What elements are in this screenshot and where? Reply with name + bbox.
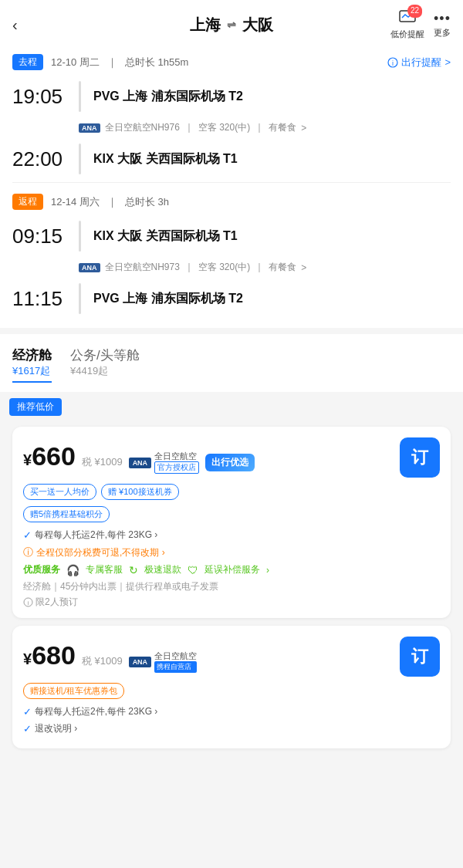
outbound-arrive-row: 22:00 KIX 大阪 关西国际机场 T1	[12, 139, 451, 179]
recommend-tag-1: 出行优选	[205, 454, 255, 471]
origin-city: 上海	[190, 15, 221, 35]
price-left-2: ¥680 税 ¥1009 ANA 全日空航空 携程自营店	[23, 640, 392, 673]
service-customer: 专属客服	[86, 563, 123, 576]
limit-note-1: i 限2人预订	[23, 596, 440, 609]
svg-text:i: i	[392, 59, 394, 66]
more-label: 更多	[434, 27, 451, 39]
flight-line-divider2	[79, 144, 81, 174]
flight-line-divider4	[79, 283, 81, 314]
official-tag-1: 官方授权店	[154, 461, 199, 474]
airline-name-block: 全日空航空 官方授权店	[154, 451, 199, 474]
outbound-separator2: ｜	[184, 121, 194, 134]
service-compensation: 延误补偿服务	[204, 563, 260, 576]
airline-name-1: 全日空航空	[154, 451, 199, 461]
shield-icon: 🛡	[188, 564, 198, 576]
outbound-airline-info[interactable]: ANA 全日空航空NH976 ｜ 空客 320(中) ｜ 有餐食 >	[79, 117, 451, 139]
feature-text-refund-1: 全程仅部分税费可退,不得改期 ›	[36, 546, 165, 559]
service-row-1[interactable]: 优质服务 🎧 专属客服 ↻ 极速退款 🛡 延误补偿服务 ›	[23, 563, 440, 576]
bottom-note-1: 经济舱｜45分钟内出票｜提供行程单或电子发票	[23, 580, 440, 593]
inbound-header: 返程 12-14 周六 ｜ 总时长 3h	[12, 186, 451, 216]
check-icon-1: ✓	[23, 529, 32, 541]
price-card-2: ¥680 税 ¥1009 ANA 全日空航空 携程自营店 订 赠接送机/租车优惠…	[12, 626, 451, 748]
outbound-separator: ｜	[107, 56, 117, 69]
inbound-depart-airport: KIX 大阪 关西国际机场 T1	[93, 229, 238, 242]
inbound-arrive-airport: PVG 上海 浦东国际机场 T2	[93, 292, 243, 305]
inbound-sep2: ｜	[184, 261, 194, 274]
price-left: ¥660 税 ¥1009 ANA 全日空航空 官方授权店 出行优选	[23, 441, 392, 475]
feature-refund-1[interactable]: ⓘ 全程仅部分税费可退,不得改期 ›	[23, 545, 440, 559]
ana-logo: ANA	[79, 123, 100, 133]
price-tax-2: 税 ¥1009	[82, 654, 123, 668]
price-main: ¥660 税 ¥1009 ANA 全日空航空 官方授权店 出行优选	[23, 441, 392, 475]
tag-buy-one: 买一送一人均价	[23, 484, 96, 500]
outbound-arrive-airport: KIX 大阪 关西国际机场 T1	[93, 152, 238, 165]
price-alert-button[interactable]: 22 22 低价提醒	[390, 9, 424, 40]
header: ‹ 上海 ⇌ 大阪 22 22 低价提醒 ••• 更多	[0, 0, 463, 46]
price-value-1: ¥660	[23, 441, 76, 471]
check-icon-3: ✓	[23, 723, 32, 735]
economy-price: ¥1617起	[12, 364, 52, 378]
inbound-meal: 有餐食	[269, 261, 296, 274]
inbound-arrive-time: 11:15	[12, 287, 66, 311]
airline-name-2: 全日空航空	[154, 651, 197, 661]
airline-name-block-2: 全日空航空 携程自营店	[154, 651, 197, 673]
outbound-arrive-time: 22:00	[12, 147, 66, 171]
inbound-tag: 返程	[12, 194, 43, 210]
flight-line-divider	[79, 81, 81, 112]
recommend-section: 推荐低价	[6, 398, 457, 427]
currency-symbol: ¥	[23, 451, 32, 468]
inbound-airline-info[interactable]: ANA 全日空航空NH973 ｜ 空客 320(中) ｜ 有餐食 >	[79, 256, 451, 279]
tag-transfer-coupon: 赠接送机/租车优惠券包	[23, 683, 124, 699]
feature-text-luggage-2: 每程每人托运2件,每件 23KG ›	[35, 705, 157, 718]
outbound-aircraft: 空客 320(中)	[198, 121, 250, 134]
economy-tab[interactable]: 经济舱 ¥1617起	[12, 346, 52, 383]
more-button[interactable]: ••• 更多	[434, 11, 451, 39]
inbound-arrow: >	[301, 262, 306, 273]
tags-row-1: 买一送一人均价 赠 ¥100接送机券	[23, 484, 440, 500]
economy-label: 经济舱	[12, 346, 52, 364]
currency-symbol-2: ¥	[23, 650, 32, 667]
outbound-depart-time: 19:05	[12, 85, 66, 109]
price-top-row: ¥660 税 ¥1009 ANA 全日空航空 官方授权店 出行优选 订	[23, 437, 440, 478]
tag-coupon: 赠 ¥100接送机券	[101, 484, 179, 500]
feature-change-2[interactable]: ✓ 退改说明 ›	[23, 722, 440, 735]
outbound-meal: 有餐食	[269, 121, 296, 134]
feature-luggage-2[interactable]: ✓ 每程每人托运2件,每件 23KG ›	[23, 705, 440, 718]
airline-badge-2: ANA 全日空航空 携程自营店	[129, 651, 198, 673]
ctrip-tag-2: 携程自营店	[154, 661, 197, 673]
book-button-2[interactable]: 订	[400, 637, 440, 677]
inbound-depart-row: 09:15 KIX 大阪 关西国际机场 T1	[12, 216, 451, 256]
tags-row-1b: 赠5倍携程基础积分	[23, 506, 440, 522]
service-more: ›	[266, 565, 269, 576]
outbound-separator3: ｜	[255, 121, 264, 134]
cabin-section: 经济舱 ¥1617起 公务/头等舱 ¥4419起	[0, 334, 463, 392]
inbound-flight-number: 全日空航空NH973	[105, 261, 180, 274]
flight-section: 去程 12-10 周二 ｜ 总时长 1h55m i 出行提醒 > 19:05 P…	[0, 46, 463, 328]
ana-logo-card1: ANA	[129, 458, 152, 468]
service-refund: 极速退款	[144, 563, 181, 576]
back-button[interactable]: ‹	[12, 16, 18, 34]
price-alert-label: 低价提醒	[390, 29, 424, 40]
ana-logo2: ANA	[79, 263, 100, 272]
page-title: 上海 ⇌ 大阪	[190, 15, 273, 35]
tags-row-2: 赠接送机/租车优惠券包	[23, 683, 440, 699]
travel-reminder[interactable]: i 出行提醒 >	[387, 56, 451, 69]
more-icon: •••	[434, 11, 451, 27]
section-divider	[12, 182, 451, 183]
inbound-sep3: ｜	[255, 261, 264, 274]
feature-luggage-1[interactable]: ✓ 每程每人托运2件,每件 23KG ›	[23, 529, 440, 542]
svg-text:i: i	[28, 599, 29, 606]
price-list: 推荐低价 ¥660 税 ¥1009 ANA 全日空航空 官方授权店	[0, 398, 463, 748]
outbound-depart-airport: PVG 上海 浦东国际机场 T2	[93, 90, 243, 103]
cabin-tabs: 经济舱 ¥1617起 公务/头等舱 ¥4419起	[12, 346, 451, 383]
business-tab[interactable]: 公务/头等舱 ¥4419起	[70, 346, 140, 383]
check-icon-2: ✓	[23, 706, 32, 718]
outbound-depart-row: 19:05 PVG 上海 浦东国际机场 T2	[12, 76, 451, 117]
destination-city: 大阪	[242, 15, 273, 35]
book-button-1[interactable]: 订	[400, 437, 440, 478]
airline-badge-1: ANA 全日空航空 官方授权店	[129, 451, 200, 474]
service-label: 优质服务	[23, 563, 60, 576]
outbound-header: 去程 12-10 周二 ｜ 总时长 1h55m i 出行提醒 >	[12, 46, 451, 76]
outbound-arrow: >	[301, 123, 306, 133]
price-alert-icon: 22 22	[399, 9, 416, 29]
